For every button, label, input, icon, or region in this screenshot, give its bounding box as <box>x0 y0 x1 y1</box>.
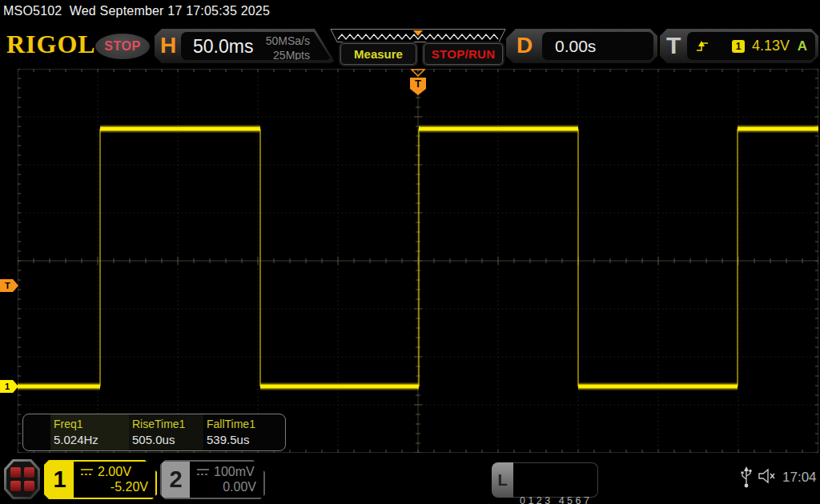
measurement-value: 505.0us <box>132 433 203 446</box>
logic-channels-block[interactable]: L 0 1 2 3 4 5 6 7 8 9 10 11 12 13 14 15 <box>492 462 598 498</box>
delay-value: 0.00s <box>555 37 596 56</box>
logic-label: L <box>492 462 513 498</box>
delay-inner-panel: 0.00s <box>542 32 653 60</box>
sample-rate: 50MSa/s <box>266 34 310 49</box>
logic-row-1: 0 1 2 3 4 5 6 7 <box>520 494 597 504</box>
timebase-value: 50.0ms <box>193 35 253 57</box>
logic-channel-numbers: 0 1 2 3 4 5 6 7 8 9 10 11 12 13 14 15 <box>513 462 598 498</box>
trigger-label: T <box>666 32 681 59</box>
horizontal-settings-block[interactable]: H 50.0ms 50MSa/s 25Mpts <box>155 29 336 63</box>
measurement-results-box[interactable]: Freq1 5.024Hz RiseTime1 505.0us FallTime… <box>22 414 286 451</box>
measurement-item: Freq1 5.024Hz <box>50 414 129 450</box>
channel1-offset-value: -5.20V <box>111 480 148 494</box>
speaker-muted-icon[interactable] <box>758 468 777 484</box>
trigger-level-value: 4.13V <box>752 38 790 54</box>
horizontal-inner-panel: 50.0ms 50MSa/s 25Mpts <box>181 32 332 60</box>
channel2-number: 2 <box>162 462 190 498</box>
measurement-value: 5.024Hz <box>54 433 129 446</box>
acquisition-status-badge: STOP <box>95 34 150 59</box>
trigger-mode-auto: A <box>798 38 807 54</box>
stop-run-button[interactable]: STOP/RUN <box>424 43 503 65</box>
waveform-memory-position-strip[interactable] <box>325 29 511 43</box>
memory-depth: 25Mpts <box>266 49 310 63</box>
measurement-item: FallTime1 539.5us <box>203 414 255 450</box>
titlebar-model-datetime: MSO5102 Wed September 17 17:05:35 2025 <box>3 4 270 18</box>
sample-rate-memory-depth: 50MSa/s 25Mpts <box>266 34 310 62</box>
measurement-item: RiseTime1 505.0us <box>129 414 203 450</box>
measure-button[interactable]: Measure <box>340 43 416 65</box>
trigger-position-letter: T <box>415 78 421 90</box>
system-clock: 17:04 <box>782 470 817 486</box>
main-menu-icon[interactable] <box>4 459 40 499</box>
measurement-value: 539.5us <box>207 433 255 446</box>
measurement-label: Freq1 <box>54 418 129 430</box>
dc-coupling-icon <box>196 468 210 477</box>
measurement-label: RiseTime1 <box>132 418 203 430</box>
measurement-label: FallTime1 <box>207 418 255 430</box>
channel1-number: 1 <box>46 462 74 498</box>
menu-grid-icon <box>6 462 38 497</box>
channel1-scale: 2.00V <box>80 465 131 479</box>
trigger-settings-block[interactable]: T 1 4.13V A <box>660 29 818 63</box>
trigger-level-marker-letter: T <box>5 281 10 290</box>
horizontal-label: H <box>160 33 176 58</box>
channel2-scale: 100mV <box>196 465 255 479</box>
rigol-logo: RIGOL <box>6 30 96 59</box>
trigger-position-marker[interactable]: T <box>408 69 428 96</box>
trigger-source-badge: 1 <box>732 40 745 53</box>
channel1-ground-marker-letter: 1 <box>5 382 10 391</box>
trigger-inner-panel: 1 4.13V A <box>687 32 815 60</box>
rising-edge-icon <box>695 40 711 53</box>
delay-label: D <box>517 33 533 58</box>
usb-icon <box>740 466 754 489</box>
channel2-status-block[interactable]: 2 100mV 0.00V <box>160 460 265 499</box>
trigger-level-marker[interactable]: T <box>0 279 18 292</box>
channel1-ground-marker[interactable]: 1 <box>0 380 18 393</box>
channel1-scale-value: 2.00V <box>98 465 131 479</box>
channel1-status-block[interactable]: 1 2.00V -5.20V <box>44 460 157 499</box>
channel2-scale-value: 100mV <box>214 465 255 479</box>
channel2-offset-value: 0.00V <box>223 480 256 494</box>
dc-coupling-icon <box>80 468 94 477</box>
graticule-display <box>18 69 818 453</box>
delay-settings-block[interactable]: D 0.00s <box>506 29 657 63</box>
